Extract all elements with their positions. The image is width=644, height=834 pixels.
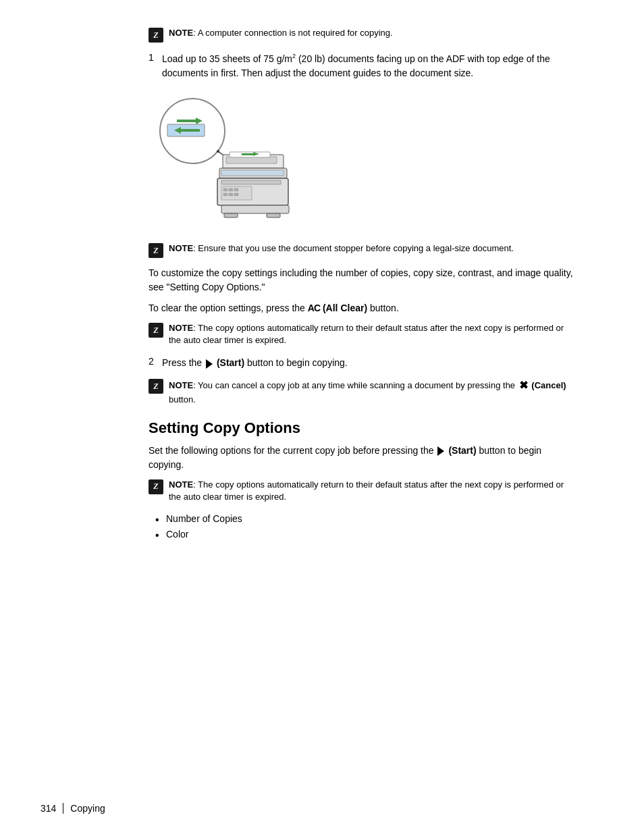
start-label: (Start): [217, 357, 244, 368]
options-list: Number of Copies Color: [155, 511, 576, 542]
step-1-number: 1: [149, 52, 162, 63]
bullet-color: Color: [155, 527, 576, 542]
note-4-icon: Z: [149, 379, 163, 394]
start-label-2: (Start): [448, 445, 476, 456]
note-3-text: NOTE: The copy options automatically ret…: [169, 322, 576, 346]
step-1-content: Load up to 35 sheets of 75 g/m2 (20 lb) …: [162, 52, 576, 80]
svg-marker-2: [177, 120, 196, 122]
section-description: Set the following options for the curren…: [149, 444, 576, 472]
step-1: 1 Load up to 35 sheets of 75 g/m2 (20 lb…: [149, 52, 576, 80]
step-2-content: Press the (Start) button to begin copyin…: [162, 356, 576, 370]
svg-rect-24: [221, 205, 289, 213]
note-3-icon: Z: [149, 323, 163, 338]
para-customize: To customize the copy settings including…: [149, 266, 576, 294]
footer-section: Copying: [70, 803, 105, 814]
page-footer: 314 Copying: [41, 803, 105, 814]
start-icon: [206, 359, 213, 369]
svg-rect-16: [221, 180, 281, 184]
note-4-text: NOTE: You can cancel a copy job at any t…: [169, 378, 576, 406]
footer-page-number: 314: [41, 803, 56, 814]
svg-rect-18: [223, 188, 227, 191]
svg-rect-26: [267, 213, 280, 217]
bullet-number-of-copies: Number of Copies: [155, 511, 576, 526]
note-5-icon: Z: [149, 479, 163, 494]
step-2-number: 2: [149, 356, 162, 367]
ac-symbol: AC: [308, 303, 320, 313]
svg-rect-25: [224, 213, 238, 217]
note-1-icon: Z: [149, 28, 163, 43]
start-icon-2: [437, 446, 444, 456]
printer-svg: [142, 94, 290, 229]
note-1-text: NOTE: A computer connection is not requi…: [169, 27, 393, 39]
all-clear-label: (All Clear): [323, 303, 367, 313]
svg-marker-11: [242, 153, 253, 155]
svg-rect-14: [221, 170, 284, 176]
note-2-box: Z NOTE: Ensure that you use the document…: [149, 242, 576, 258]
printer-image-container: [142, 94, 576, 229]
svg-point-7: [217, 150, 219, 153]
svg-rect-21: [223, 193, 227, 196]
step-2: 2 Press the (Start) button to begin copy…: [149, 356, 576, 370]
content-area: Z NOTE: A computer connection is not req…: [149, 27, 576, 542]
note-2-text: NOTE: Ensure that you use the document s…: [169, 242, 514, 255]
svg-rect-20: [234, 188, 238, 191]
cancel-icon: ✖: [519, 378, 528, 393]
note-1-box: Z NOTE: A computer connection is not req…: [149, 27, 576, 43]
note-5-box: Z NOTE: The copy options automatically r…: [149, 479, 576, 503]
note-4-box: Z NOTE: You can cancel a copy job at any…: [149, 378, 576, 406]
footer-divider: [63, 803, 63, 814]
svg-rect-23: [234, 193, 238, 196]
para-clear: To clear the option settings, press the …: [149, 301, 576, 315]
note-2-icon: Z: [149, 243, 163, 258]
setting-copy-options-heading: Setting Copy Options: [149, 419, 576, 437]
svg-rect-22: [229, 193, 233, 196]
note-3-box: Z NOTE: The copy options automatically r…: [149, 322, 576, 346]
cancel-label: (Cancel): [531, 380, 566, 390]
page: Z NOTE: A computer connection is not req…: [0, 0, 644, 834]
svg-marker-4: [181, 129, 200, 132]
svg-rect-19: [229, 188, 233, 191]
note-5-text: NOTE: The copy options automatically ret…: [169, 479, 576, 503]
svg-rect-9: [226, 157, 277, 163]
